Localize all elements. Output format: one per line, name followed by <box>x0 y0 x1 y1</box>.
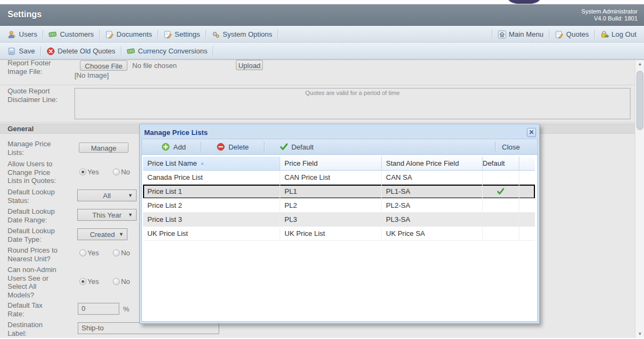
default-button[interactable]: Default <box>273 143 320 151</box>
upload-button[interactable]: Upload <box>236 60 263 70</box>
non-admin-no-radio[interactable] <box>113 278 120 285</box>
logo-partial <box>509 0 540 4</box>
scroll-up-arrow[interactable]: ▲ <box>635 60 644 69</box>
close-label: Close <box>502 143 520 151</box>
nav-documents[interactable]: Documents <box>100 30 158 39</box>
dialog-body: Price List Name ▲ Price Field Stand Alon… <box>141 155 538 322</box>
scrollbar-thumb[interactable] <box>636 71 643 130</box>
price-list-row[interactable]: Price List 1PL1PL1-SA <box>143 185 535 199</box>
account-name: System Administrator <box>581 8 638 15</box>
delete-old-quotes-button[interactable]: Delete Old Quotes <box>41 47 121 56</box>
grid-cell: Price List 1 <box>143 185 280 199</box>
currency-conversions-button[interactable]: Currency Conversions <box>121 47 213 56</box>
document-pencil-icon <box>164 30 172 39</box>
money-icon <box>49 30 57 39</box>
lookup-date-type-select[interactable]: Created ▼ <box>77 228 127 240</box>
nav-log-out-label: Log Out <box>612 30 636 38</box>
browser-top-strip <box>0 0 644 4</box>
price-list-row[interactable]: Price List 2PL2PL2-SA <box>143 199 535 213</box>
disclaimer-textarea[interactable]: Quotes are valid for a period of time <box>74 88 631 119</box>
settings-form-area: Report Footer Image File: Choose File No… <box>0 59 644 338</box>
destination-input[interactable]: Ship-to <box>78 322 219 334</box>
price-list-grid-body: Canada Price ListCAN Price ListCAN SAPri… <box>143 171 535 241</box>
column-header-default[interactable]: Default <box>483 157 519 171</box>
nav-main-menu[interactable]: Main Menu <box>492 30 549 39</box>
sort-asc-icon: ▲ <box>200 161 205 166</box>
column-label: Default <box>483 159 505 167</box>
non-admin-yes-radio[interactable] <box>79 278 86 285</box>
nav-toolbar: Users Customers Documents Settings Syste… <box>0 26 644 43</box>
default-cell <box>483 227 519 241</box>
gears-icon <box>212 30 220 39</box>
no-label: No <box>121 168 130 176</box>
dialog-titlebar[interactable]: Manage Price Lists ✕ <box>141 126 538 139</box>
check-icon <box>497 187 505 195</box>
toolbar-separator <box>213 46 213 56</box>
add-button[interactable]: Add <box>155 143 192 151</box>
tax-rate-input[interactable]: 0 <box>78 303 119 315</box>
price-list-row[interactable]: Canada Price ListCAN Price ListCAN SA <box>143 171 535 185</box>
close-button[interactable]: Close <box>496 143 526 151</box>
no-image-text: [No Image] <box>74 71 109 79</box>
column-header-price-field[interactable]: Price Field <box>280 157 382 171</box>
close-icon[interactable]: ✕ <box>527 128 536 137</box>
default-cell <box>483 185 519 199</box>
nav-main-menu-label: Main Menu <box>509 30 544 38</box>
disclaimer-label: Quote Report Disclaimer Line: <box>8 87 71 104</box>
manage-button[interactable]: Manage <box>79 143 128 153</box>
default-cell <box>483 199 519 213</box>
spacer-cell <box>519 199 535 213</box>
default-label: Default <box>292 143 314 151</box>
save-label: Save <box>19 47 35 55</box>
grid-cell: Price List 3 <box>143 213 280 227</box>
destination-label: Destination Label: <box>8 321 71 337</box>
lookup-date-range-select[interactable]: This Year ▼ <box>77 209 137 221</box>
nav-users[interactable]: Users <box>2 30 43 39</box>
allow-change-yes-radio[interactable] <box>79 168 86 175</box>
chevron-down-icon: ▼ <box>128 212 133 218</box>
manage-price-lists-label: Manage Price Lists: <box>8 140 71 157</box>
chevron-down-icon: ▼ <box>119 232 124 237</box>
delete-button[interactable]: Delete <box>210 143 255 151</box>
nav-customers[interactable]: Customers <box>43 30 99 39</box>
column-header-price-list-name[interactable]: Price List Name ▲ <box>143 157 280 171</box>
spacer-cell <box>519 213 535 227</box>
price-list-row[interactable]: Price List 3PL3PL3-SA <box>143 213 535 227</box>
nav-system-options-label: System Options <box>223 30 273 38</box>
add-label: Add <box>173 143 186 151</box>
page-title: Settings <box>8 10 42 19</box>
grid-cell: Canada Price List <box>143 171 280 185</box>
lookup-status-select[interactable]: All ▼ <box>77 189 137 201</box>
toolbar-separator <box>201 142 201 152</box>
allow-change-no-radio[interactable] <box>113 168 120 175</box>
round-prices-yes-radio[interactable] <box>79 249 86 256</box>
nav-system-options[interactable]: System Options <box>206 30 278 39</box>
save-button[interactable]: Save <box>2 47 40 56</box>
lookup-date-type-value: Created <box>90 230 114 239</box>
round-prices-no-radio[interactable] <box>113 249 120 256</box>
yes-label: Yes <box>87 249 99 257</box>
grid-cell: CAN SA <box>382 171 483 185</box>
non-admin-radios: Yes No <box>79 277 130 286</box>
nav-users-label: Users <box>19 30 37 38</box>
nav-quotes[interactable]: Quotes <box>550 30 594 39</box>
row-divider <box>0 122 635 123</box>
nav-settings[interactable]: Settings <box>158 30 206 39</box>
nav-log-out[interactable]: Log Out <box>595 30 642 39</box>
version-build: V4.0 Build: 1801 <box>581 15 638 22</box>
money-icon <box>127 47 135 56</box>
grid-cell: CAN Price List <box>280 171 382 185</box>
column-header-stand-alone-price-field[interactable]: Stand Alone Price Field <box>382 157 483 171</box>
spacer-cell <box>519 185 535 199</box>
choose-file-button[interactable]: Choose File <box>80 60 127 71</box>
page-scrollbar[interactable]: ▲ ▼ <box>635 60 644 338</box>
nav-customers-label: Customers <box>60 30 94 38</box>
grid-cell: PL3-SA <box>382 213 483 227</box>
scroll-down-arrow[interactable]: ▼ <box>635 330 644 338</box>
price-list-row[interactable]: UK Price ListUK Price ListUK Price SA <box>143 227 535 241</box>
page-header: Settings System Administrator V4.0 Build… <box>0 4 644 26</box>
grid-cell: UK Price List <box>280 227 382 241</box>
no-label: No <box>121 249 130 257</box>
toolbar-separator <box>264 142 265 152</box>
default-cell <box>483 171 519 185</box>
